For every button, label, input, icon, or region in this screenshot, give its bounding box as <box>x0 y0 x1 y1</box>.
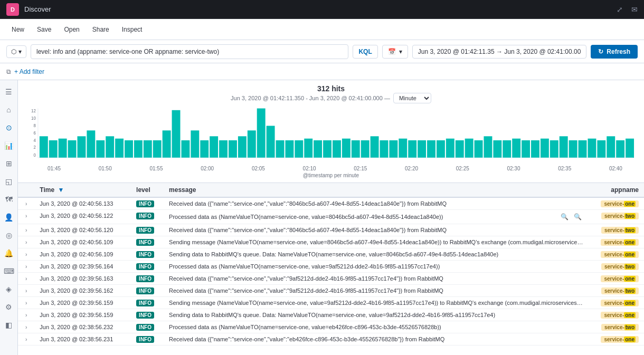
nav-save-button[interactable]: Save <box>32 24 56 35</box>
row-appname: service-one <box>589 248 644 261</box>
row-message: Processed data as (NameValueTO(name=serv… <box>164 261 589 273</box>
nav-open-button[interactable]: Open <box>59 24 84 35</box>
refresh-button[interactable]: ↻ Refresh <box>591 45 638 59</box>
row-appname: service-two <box>589 285 644 297</box>
sidebar-icon-home[interactable]: ⌂ <box>2 102 16 117</box>
row-expand-cell: › <box>18 236 34 248</box>
expand-icon[interactable]: ⤢ <box>617 5 623 14</box>
sidebar-icon-manage[interactable]: ◧ <box>2 318 16 332</box>
expand-row-button[interactable]: › <box>23 263 29 271</box>
expand-row-button[interactable]: › <box>23 311 29 319</box>
sidebar-icon-devtools[interactable]: ⌨ <box>2 264 16 279</box>
svg-rect-49 <box>427 140 435 158</box>
svg-rect-31 <box>257 109 266 158</box>
svg-rect-33 <box>276 140 285 158</box>
expand-row-button[interactable]: › <box>23 238 29 246</box>
level-badge: INFO <box>136 213 154 219</box>
table-section: Time ▼ level message appname ›Jun 3, 202… <box>18 183 644 355</box>
filter-out-button[interactable]: 🔍 <box>572 213 583 221</box>
interval-selector[interactable]: Minute Auto Second Hour Day <box>393 93 431 103</box>
expand-row-button[interactable]: › <box>23 200 29 208</box>
level-badge: INFO <box>136 287 154 294</box>
svg-rect-39 <box>333 140 341 158</box>
row-level: INFO <box>131 309 164 321</box>
chart-section: 312 hits Jun 3, 2020 @ 01:42:11.350 - Ju… <box>18 80 644 183</box>
row-time: Jun 3, 2020 @ 02:40:56.120 <box>34 224 131 236</box>
col-level: level <box>131 183 164 197</box>
row-message: Sending data to RabbitMQ's queue. Data: … <box>164 309 589 321</box>
sidebar-icon-discover[interactable]: ⊙ <box>2 120 16 135</box>
filter-icon: ⧉ <box>6 68 11 75</box>
expand-row-button[interactable]: › <box>23 275 29 283</box>
sidebar-icon-menu[interactable]: ☰ <box>2 84 16 99</box>
expand-row-button[interactable]: › <box>23 212 29 220</box>
appname-badge: service-one <box>601 300 639 306</box>
level-badge: INFO <box>136 200 154 207</box>
svg-rect-9 <box>49 140 58 158</box>
level-badge: INFO <box>136 312 154 319</box>
col-time[interactable]: Time ▼ <box>34 183 131 197</box>
sidebar-icon-maps[interactable]: 🗺 <box>2 192 16 207</box>
expand-row-button[interactable]: › <box>23 251 29 258</box>
svg-rect-47 <box>408 140 416 158</box>
expand-row-button[interactable]: › <box>23 226 29 234</box>
svg-rect-8 <box>40 136 48 158</box>
expand-row-button[interactable]: › <box>23 335 29 343</box>
row-time: Jun 3, 2020 @ 02:40:56.109 <box>34 248 131 261</box>
chart-range: Jun 3, 2020 @ 01:42:11.350 - Jun 3, 2020… <box>26 93 636 103</box>
appname-badge: service-two <box>601 263 639 270</box>
svg-text:4: 4 <box>33 138 36 143</box>
date-range-display[interactable]: Jun 3, 2020 @ 01:42:11.35 → Jun 3, 2020 … <box>412 45 587 59</box>
level-badge: INFO <box>136 336 154 343</box>
row-expand-cell: › <box>18 273 34 285</box>
svg-text:12: 12 <box>31 108 36 113</box>
nav-inspect-button[interactable]: Inspect <box>117 24 148 35</box>
x-axis-labels: 01:45 01:50 01:55 02:00 02:05 02:10 02:1… <box>26 166 636 171</box>
histogram-chart: 12 10 8 6 4 2 0 <box>26 105 636 164</box>
nav-share-button[interactable]: Share <box>87 24 115 35</box>
svg-rect-60 <box>531 140 539 158</box>
svg-rect-10 <box>59 139 67 158</box>
sidebar-icon-users[interactable]: 👤 <box>2 210 16 225</box>
table-row: ›Jun 3, 2020 @ 02:39:56.162INFOReceived … <box>18 285 644 297</box>
svg-rect-29 <box>238 136 247 158</box>
top-bar: D Discover ⤢ ✉ <box>0 0 644 19</box>
row-expand-cell: › <box>18 197 34 210</box>
expand-row-button[interactable]: › <box>23 299 29 307</box>
row-appname: service-one <box>589 197 644 210</box>
row-message: Received data ({"name":"service-one","va… <box>164 285 589 297</box>
row-expand-cell: › <box>18 285 34 297</box>
row-level: INFO <box>131 261 164 273</box>
expand-row-button[interactable]: › <box>23 287 29 295</box>
svg-rect-44 <box>380 140 389 158</box>
row-expand-cell: › <box>18 224 34 236</box>
svg-rect-21 <box>163 130 171 158</box>
add-filter-button[interactable]: + Add filter <box>14 68 44 75</box>
chevron-down-icon: ▾ <box>399 48 402 55</box>
sidebar-icon-monitoring[interactable]: ◈ <box>2 282 16 296</box>
svg-rect-38 <box>323 140 332 158</box>
date-range-selector[interactable]: 📅 ▾ <box>382 45 408 59</box>
mail-icon[interactable]: ✉ <box>631 5 638 14</box>
sidebar-icon-dashboard[interactable]: ⊞ <box>2 156 16 171</box>
nav-new-button[interactable]: New <box>6 24 30 35</box>
calendar-icon: 📅 <box>388 48 396 55</box>
sidebar-icon-canvas[interactable]: ◱ <box>2 174 16 189</box>
svg-text:0: 0 <box>33 152 36 157</box>
sidebar-icon-globe[interactable]: ◎ <box>2 228 16 243</box>
svg-rect-35 <box>295 140 303 158</box>
search-input[interactable] <box>31 44 348 59</box>
sidebar-icon-visualize[interactable]: 📊 <box>2 138 16 153</box>
row-level: INFO <box>131 321 164 333</box>
expand-row-button[interactable]: › <box>23 323 29 331</box>
refresh-icon: ↻ <box>598 48 603 55</box>
filter-type-selector[interactable]: ⬡ ▾ <box>6 45 26 58</box>
sidebar-icon-alerts[interactable]: 🔔 <box>2 246 16 261</box>
row-appname: service-two <box>589 321 644 333</box>
sidebar-icon-settings[interactable]: ⚙ <box>2 300 16 314</box>
x-axis-label: @timestamp per minute <box>26 172 636 178</box>
row-time: Jun 3, 2020 @ 02:40:56.133 <box>34 197 131 210</box>
row-message: Received data ({"name":"service-one","va… <box>164 333 589 346</box>
kql-button[interactable]: KQL <box>353 45 377 59</box>
filter-for-button[interactable]: 🔍 <box>559 213 570 221</box>
